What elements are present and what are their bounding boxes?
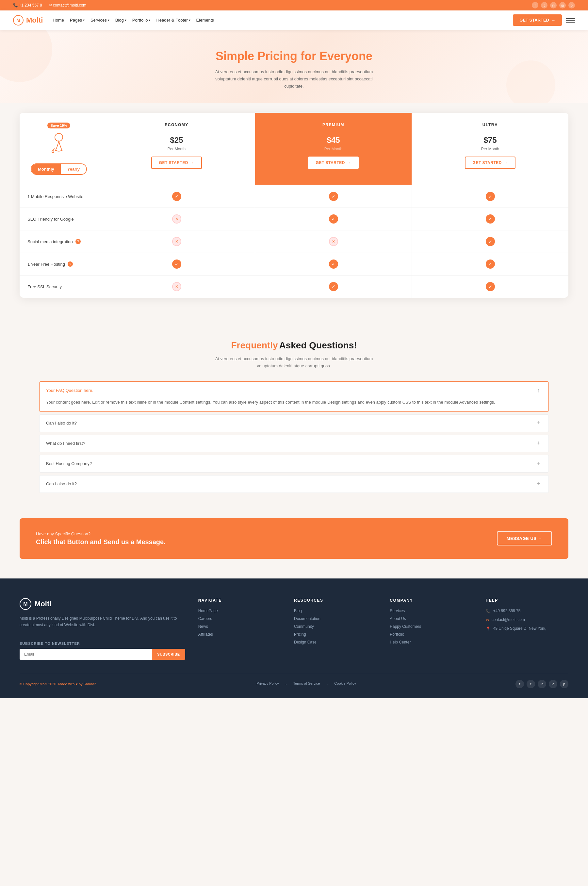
footer-link-services[interactable]: Services	[390, 608, 472, 613]
footer-facebook-icon[interactable]: f	[516, 680, 524, 688]
footer-cookie-policy[interactable]: Cookie Policy	[334, 682, 356, 687]
monthly-toggle[interactable]: Monthly	[32, 164, 61, 174]
plan-economy-price: $25	[105, 130, 248, 146]
footer-link-design-case[interactable]: Design Case	[294, 640, 376, 644]
feature-2-info-icon[interactable]: ?	[75, 239, 81, 244]
faq-header-1[interactable]: Can I also do it? +	[39, 415, 549, 432]
plan-premium-name: PREMIUM	[262, 123, 405, 127]
footer-linkedin-icon[interactable]: in	[538, 680, 546, 688]
pricing-header-row: Save 19% Monthly Yearly ECONOMY	[20, 113, 568, 185]
footer-link-careers[interactable]: Careers	[198, 616, 281, 621]
footer-description: Molti is a Professionally Designed Multi…	[20, 615, 185, 628]
email-icon: ✉	[486, 618, 489, 622]
nav-blog[interactable]: Blog	[116, 18, 126, 23]
feature-4-premium-check	[329, 282, 338, 291]
footer-link-homepage[interactable]: HomePage	[198, 608, 281, 613]
logo-text: Molti	[26, 16, 43, 24]
plan-ultra-cta[interactable]: GET STARTED	[465, 156, 516, 169]
footer-social-icons: f t in ig p	[516, 680, 568, 688]
footer-link-help-center[interactable]: Help Center	[390, 640, 472, 644]
footer-resources-col: RESOURCES Blog Documentation Community P…	[294, 598, 376, 660]
footer-instagram-icon[interactable]: ig	[549, 680, 557, 688]
cta-banner: Have any Specific Question? Click that B…	[20, 518, 568, 559]
faq-header-4[interactable]: Can I also do it? +	[39, 476, 549, 493]
feature-4-economy-check	[172, 282, 181, 291]
cta-large-text: Click that Button and Send us a Message.	[36, 538, 166, 546]
hero-title: Simple Pricing for Everyone	[13, 50, 575, 63]
pricing-switcher-cell: Save 19% Monthly Yearly	[20, 113, 98, 185]
nav-portfolio[interactable]: Portfolio	[132, 18, 151, 23]
footer-bottom-links: Privacy Policy · Terms of Service · Cook…	[256, 682, 356, 687]
faq-header-0[interactable]: Your FAQ Question here. ↑	[39, 382, 549, 399]
cta-text: Have any Specific Question? Click that B…	[36, 532, 166, 546]
footer-logo-circle: M	[20, 598, 32, 610]
footer-link-blog[interactable]: Blog	[294, 608, 376, 613]
plan-premium-period: Per Month	[262, 147, 405, 151]
location-icon: 📍	[486, 626, 490, 631]
faq-item-4: Can I also do it? +	[39, 475, 549, 493]
nav-pages[interactable]: Pages	[70, 18, 85, 23]
yearly-toggle[interactable]: Yearly	[61, 164, 86, 174]
faq-header-3[interactable]: Best Hosting Company? +	[39, 455, 549, 472]
footer-subscribe-button[interactable]: SUBSCRIBE	[152, 649, 185, 660]
phone-icon: 📞	[486, 609, 490, 613]
footer-pinterest-icon[interactable]: p	[560, 680, 568, 688]
nav-header-footer[interactable]: Header & Footer	[156, 18, 190, 23]
pricing-section: Save 19% Monthly Yearly ECONOMY	[0, 103, 588, 317]
topbar-socials: f t in ig p	[532, 2, 575, 9]
footer-help-col: HELP 📞 +49 892 358 75 ✉ contact@molti.co…	[486, 598, 568, 660]
faq-description: At vero eos et accusamus iusto odio dign…	[212, 355, 376, 369]
footer-navigate-title: NAVIGATE	[198, 598, 281, 603]
footer-link-documentation[interactable]: Documentation	[294, 616, 376, 621]
footer-link-about-us[interactable]: About Us	[390, 616, 472, 621]
footer-link-affiliates[interactable]: Affiliates	[198, 632, 281, 637]
nav-home[interactable]: Home	[52, 18, 64, 23]
footer-terms-of-service[interactable]: Terms of Service	[293, 682, 320, 687]
faq-section: Frequently Asked Questions! At vero eos …	[0, 317, 588, 518]
feature-3-info-icon[interactable]: ?	[68, 261, 73, 267]
feature-2-economy-check	[172, 237, 181, 246]
feature-1-ultra-check	[486, 215, 495, 224]
cta-small-text: Have any Specific Question?	[36, 532, 166, 536]
topbar-linkedin-icon[interactable]: in	[550, 2, 556, 9]
logo[interactable]: M Molti	[13, 15, 43, 26]
topbar-twitter-icon[interactable]: t	[541, 2, 548, 9]
topbar-contact: 📞 +1 234 567 8 ✉ contact@molti.com	[13, 3, 86, 8]
feature-3-ultra-check	[486, 260, 495, 269]
feature-row-1: SEO Friendly for Google	[20, 207, 568, 230]
footer-link-portfolio[interactable]: Portfolio	[390, 632, 472, 637]
nav-links: Home Pages Services Blog Portfolio Heade…	[52, 18, 214, 23]
faq-plus-2: +	[536, 440, 542, 447]
footer-logo: M Molti	[20, 598, 185, 610]
nav-elements[interactable]: Elements	[196, 18, 214, 23]
plan-premium-cta[interactable]: GET STARTED	[308, 156, 359, 169]
feature-3-label: 1 Year Free Hosting	[27, 262, 65, 267]
faq-header-2[interactable]: What do I need first? +	[39, 435, 549, 452]
feature-1-label: SEO Friendly for Google	[27, 217, 74, 222]
footer-contact-email: ✉ contact@molti.com	[486, 617, 568, 622]
hamburger-menu[interactable]	[566, 16, 575, 25]
footer-link-news[interactable]: News	[198, 624, 281, 629]
plan-premium: PREMIUM $45 Per Month GET STARTED	[255, 113, 412, 185]
feature-1-premium-check	[329, 215, 338, 224]
topbar-facebook-icon[interactable]: f	[532, 2, 538, 9]
footer-link-community[interactable]: Community	[294, 624, 376, 629]
feature-row-3: 1 Year Free Hosting ?	[20, 252, 568, 275]
footer-email-input[interactable]	[20, 649, 152, 660]
get-started-button[interactable]: GET STARTED	[513, 14, 562, 26]
footer-link-pricing[interactable]: Pricing	[294, 632, 376, 637]
footer-link-happy-customers[interactable]: Happy Customers	[390, 624, 472, 629]
footer-newsletter-label: SUBSCRIBE TO NEWSLETTER	[20, 641, 185, 646]
feature-0-ultra-check	[486, 192, 495, 201]
plan-economy-cta[interactable]: GET STARTED	[151, 156, 202, 169]
footer-twitter-icon[interactable]: t	[526, 680, 535, 688]
faq-arrow-0: ↑	[536, 387, 542, 393]
message-us-button[interactable]: MESSAGE US	[497, 532, 552, 545]
hero-description: At vero eos et accusamus iusto odio dign…	[212, 68, 376, 90]
topbar-instagram-icon[interactable]: ig	[559, 2, 566, 9]
faq-item-0: Your FAQ Question here. ↑ Your content g…	[39, 381, 549, 411]
footer-privacy-policy[interactable]: Privacy Policy	[256, 682, 279, 687]
nav-services[interactable]: Services	[90, 18, 110, 23]
topbar-pinterest-icon[interactable]: p	[568, 2, 575, 9]
footer-brand: M Molti Molti is a Professionally Design…	[20, 598, 185, 660]
